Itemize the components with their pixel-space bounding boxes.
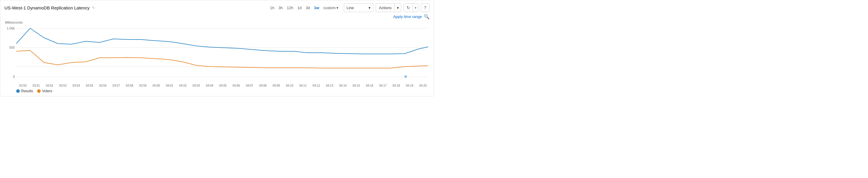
x-label: 04:19 — [403, 84, 416, 87]
x-label: 03:55 — [83, 84, 96, 87]
help-button[interactable]: ? — [421, 3, 430, 12]
time-range-buttons: 1h 3h 12h 1d 3d 1w custom ▾ — [269, 5, 340, 10]
time-btn-3d[interactable]: 3d — [305, 5, 311, 10]
time-btn-1w[interactable]: 1w — [313, 5, 320, 10]
x-label: 03:59 — [136, 84, 149, 87]
svg-text:0: 0 — [13, 75, 15, 79]
x-label: 04:17 — [376, 84, 390, 87]
svg-rect-7 — [405, 76, 407, 78]
widget-title-area: US-West-1 DynamoDB Replication Latency ✎ — [4, 5, 95, 10]
refresh-button-split[interactable]: ↻ ▾ — [404, 3, 418, 12]
svg-text:500: 500 — [9, 46, 15, 49]
y-axis-label: Milliseconds — [4, 21, 430, 24]
x-label: 04:16 — [363, 84, 376, 87]
x-axis-labels: 03:5003:5103:5203:5303:5403:5503:5603:57… — [4, 83, 430, 87]
legend: Results Voters — [4, 87, 430, 93]
x-label: 03:56 — [96, 84, 110, 87]
widget-header: US-West-1 DynamoDB Replication Latency ✎… — [0, 0, 434, 14]
time-btn-3h[interactable]: 3h — [277, 5, 284, 10]
time-btn-custom[interactable]: custom ▾ — [322, 5, 340, 10]
x-label: 04:12 — [310, 84, 323, 87]
time-btn-1h[interactable]: 1h — [269, 5, 276, 10]
help-icon: ? — [424, 5, 426, 10]
x-label: 03:53 — [56, 84, 69, 87]
chart-area: Milliseconds 1.00k 500 0 — [0, 21, 434, 96]
x-label: 04:08 — [256, 84, 270, 87]
x-label: 04:01 — [163, 84, 176, 87]
x-label: 04:14 — [336, 84, 349, 87]
x-label: 04:11 — [297, 84, 310, 87]
x-label: 03:57 — [110, 84, 123, 87]
legend-dot-results — [16, 89, 20, 93]
svg-text:1.00k: 1.00k — [7, 27, 15, 30]
legend-label-results: Results — [21, 89, 33, 93]
chart-wrapper: 1.00k 500 0 — [4, 25, 430, 83]
x-label: 04:06 — [229, 84, 243, 87]
refresh-icon[interactable]: ↻ — [404, 3, 413, 12]
x-label: 03:54 — [69, 84, 83, 87]
x-label: 04:03 — [189, 84, 203, 87]
actions-caret-icon: ▾ — [395, 4, 401, 11]
legend-item-results: Results — [16, 89, 33, 93]
search-icon[interactable]: 🔍 — [424, 14, 430, 20]
x-label: 04:02 — [176, 84, 189, 87]
edit-icon[interactable]: ✎ — [92, 6, 95, 10]
chart-svg: 1.00k 500 0 — [4, 25, 430, 83]
chart-type-caret-icon: ▾ — [369, 6, 371, 10]
legend-dot-voters — [37, 89, 41, 93]
x-label: 04:18 — [390, 84, 403, 87]
x-label: 04:04 — [203, 84, 216, 87]
widget-container: US-West-1 DynamoDB Replication Latency ✎… — [0, 0, 434, 96]
legend-item-voters: Voters — [37, 89, 52, 93]
x-label: 04:05 — [216, 84, 229, 87]
refresh-caret-icon[interactable]: ▾ — [413, 3, 418, 12]
time-btn-12h[interactable]: 12h — [285, 5, 294, 10]
x-label: 04:13 — [323, 84, 336, 87]
results-line — [16, 28, 428, 54]
actions-button[interactable]: Actions ▾ — [376, 3, 401, 12]
x-label: 04:00 — [150, 84, 163, 87]
x-label: 04:20 — [416, 84, 430, 87]
x-label: 04:15 — [350, 84, 363, 87]
apply-row: Apply time range 🔍 — [0, 14, 434, 21]
x-label: 03:51 — [29, 84, 43, 87]
custom-caret-icon: ▾ — [337, 6, 339, 10]
time-btn-1d[interactable]: 1d — [296, 5, 303, 10]
legend-label-voters: Voters — [42, 89, 52, 93]
x-label: 03:50 — [16, 84, 29, 87]
x-label: 04:07 — [243, 84, 256, 87]
x-label: 04:09 — [270, 84, 283, 87]
chart-type-label: Line — [346, 6, 354, 10]
widget-title: US-West-1 DynamoDB Replication Latency — [4, 5, 90, 10]
actions-label: Actions — [376, 4, 395, 11]
chart-type-dropdown[interactable]: Line ▾ — [344, 3, 373, 12]
x-label: 03:58 — [123, 84, 136, 87]
voters-line — [16, 50, 428, 68]
x-label: 03:52 — [43, 84, 56, 87]
x-label: 04:10 — [283, 84, 296, 87]
apply-time-range-link[interactable]: Apply time range — [393, 14, 422, 19]
widget-controls: 1h 3h 12h 1d 3d 1w custom ▾ Line ▾ Actio… — [269, 3, 430, 12]
